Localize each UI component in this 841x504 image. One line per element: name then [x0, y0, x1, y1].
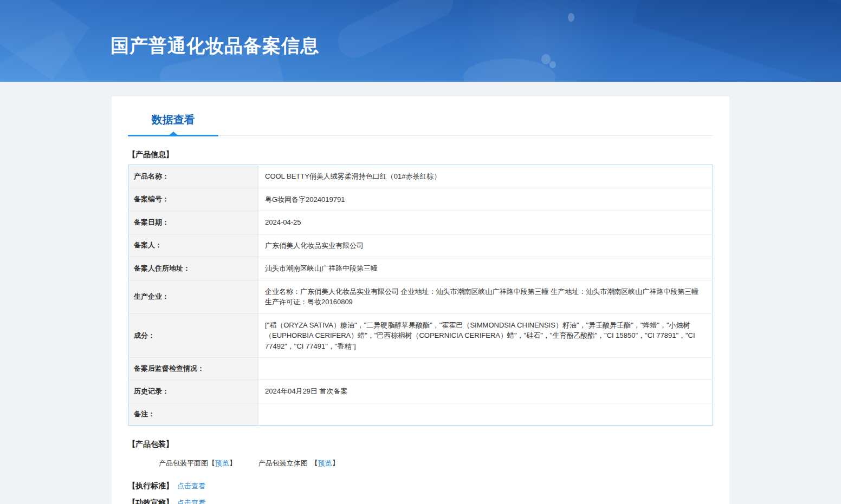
bracket-close: 】 — [229, 459, 236, 467]
tab-bar: 数据查看 — [128, 113, 713, 136]
table-row: 备案后监督检查情况： — [128, 358, 713, 380]
field-label-registration-date: 备案日期： — [128, 211, 258, 234]
field-label-product-name: 产品名称： — [128, 165, 258, 188]
packaging-flat-group: 产品包装平面图【预览】 — [159, 459, 236, 468]
banner-decor-dot — [549, 61, 556, 68]
field-label-registration-number: 备案编号： — [128, 188, 258, 211]
field-value-post-supervision — [258, 358, 713, 380]
exec-standard-view-link[interactable]: 点击查看 — [177, 482, 205, 490]
banner-decor-shape — [450, 0, 623, 82]
banner-decor-shape — [463, 58, 555, 82]
exec-standard-section-title: 【执行标准】 — [128, 481, 173, 490]
banner-decor-shape — [632, 0, 841, 82]
field-value-history: 2024年04月29日 首次备案 — [258, 380, 713, 403]
packaging-flat-label: 产品包装平面图 — [159, 459, 208, 467]
field-label-registrant: 备案人： — [128, 234, 258, 257]
field-label-history: 历史记录： — [128, 380, 258, 403]
tab-data-view[interactable]: 数据查看 — [128, 113, 218, 135]
field-value-registration-number: 粤G妆网备字2024019791 — [258, 188, 713, 211]
field-label-registrant-address: 备案人住所地址： — [128, 257, 258, 280]
banner-decor-dot — [568, 13, 574, 22]
table-row: 备注： — [128, 403, 713, 425]
field-label-ingredients: 成分： — [128, 313, 258, 358]
efficacy-claim-section-title: 【功效宣称】 — [128, 498, 173, 504]
packaging-flat-preview-link[interactable]: 预览 — [215, 459, 229, 467]
bracket-close: 】 — [332, 459, 339, 467]
content-card: 数据查看 【产品信息】 产品名称： COOL BETTY俏美人绒雾柔滑持色口红（… — [112, 96, 729, 504]
packaging-section-title: 【产品包装】 — [128, 440, 713, 449]
page-title: 国产普通化妆品备案信息 — [111, 34, 319, 58]
table-row: 备案人住所地址： 汕头市潮南区峡山广祥路中段第三幢 — [128, 257, 713, 280]
product-info-table: 产品名称： COOL BETTY俏美人绒雾柔滑持色口红（01#赤茶红棕） 备案编… — [128, 165, 713, 426]
field-value-remarks — [258, 403, 713, 425]
table-row: 生产企业： 企业名称：广东俏美人化妆品实业有限公司 企业地址：汕头市潮南区峡山广… — [128, 280, 713, 313]
product-info-section-title: 【产品信息】 — [128, 150, 713, 160]
packaging-stereo-label: 产品包装立体图 — [258, 459, 308, 467]
banner-decor-dot — [541, 54, 551, 64]
table-row: 备案编号： 粤G妆网备字2024019791 — [128, 188, 713, 211]
table-row: 产品名称： COOL BETTY俏美人绒雾柔滑持色口红（01#赤茶红棕） — [128, 165, 713, 188]
field-value-registration-date: 2024-04-25 — [258, 211, 713, 234]
packaging-stereo-group: 产品包装立体图【预览】 — [258, 459, 339, 468]
field-value-manufacturer: 企业名称：广东俏美人化妆品实业有限公司 企业地址：汕头市潮南区峡山广祥路中段第三… — [258, 280, 713, 313]
bracket-open: 【 — [311, 459, 318, 467]
table-row: 历史记录： 2024年04月29日 首次备案 — [128, 380, 713, 403]
page-banner: 国产普通化妆品备案信息 — [0, 0, 841, 82]
banner-decor-shape — [332, 0, 459, 63]
field-value-product-name: COOL BETTY俏美人绒雾柔滑持色口红（01#赤茶红棕） — [258, 165, 713, 188]
field-label-post-supervision: 备案后监督检查情况： — [128, 358, 258, 380]
table-row: 备案人： 广东俏美人化妆品实业有限公司 — [128, 234, 713, 257]
field-label-manufacturer: 生产企业： — [128, 280, 258, 313]
efficacy-claim-view-link[interactable]: 点击查看 — [177, 499, 205, 504]
packaging-previews: 产品包装平面图【预览】 产品包装立体图【预览】 — [128, 459, 713, 468]
field-value-registrant: 广东俏美人化妆品实业有限公司 — [258, 234, 713, 257]
bracket-open: 【 — [208, 459, 215, 467]
exec-standard-row: 【执行标准】点击查看 — [128, 481, 713, 491]
table-row: 备案日期： 2024-04-25 — [128, 211, 713, 234]
packaging-stereo-preview-link[interactable]: 预览 — [318, 459, 332, 467]
field-value-registrant-address: 汕头市潮南区峡山广祥路中段第三幢 — [258, 257, 713, 280]
field-label-remarks: 备注： — [128, 403, 258, 425]
table-row: 成分： ["稻（ORYZA SATIVA）糠油"，"二异硬脂醇苹果酸酯"，"霍霍… — [128, 313, 713, 358]
banner-decor-shape — [0, 29, 89, 82]
banner-decor-shape — [0, 0, 89, 81]
efficacy-claim-row: 【功效宣称】点击查看 — [128, 498, 713, 504]
field-value-ingredients: ["稻（ORYZA SATIVA）糠油"，"二异硬脂醇苹果酸酯"，"霍霍巴（SI… — [258, 313, 713, 358]
product-info-table-body: 产品名称： COOL BETTY俏美人绒雾柔滑持色口红（01#赤茶红棕） 备案编… — [128, 165, 713, 426]
